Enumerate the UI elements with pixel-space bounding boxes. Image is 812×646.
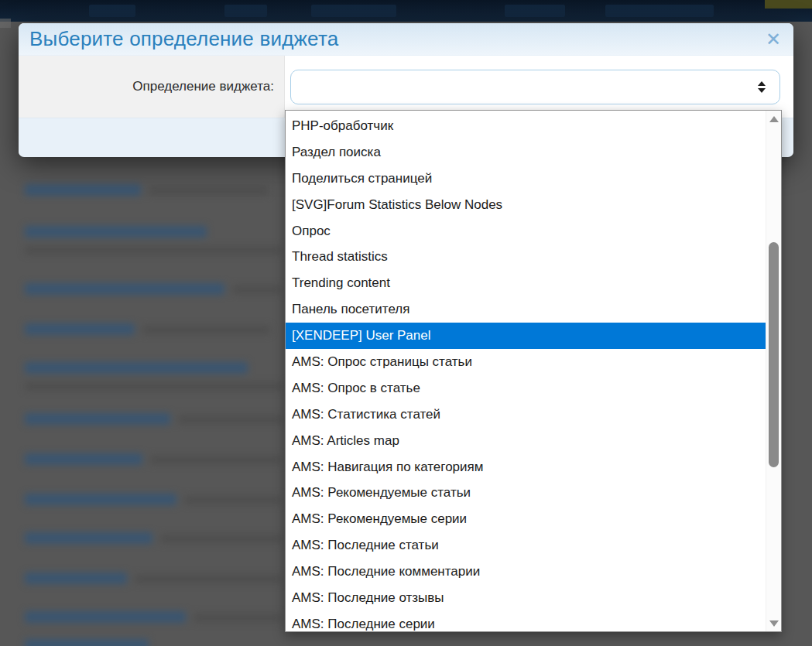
scroll-down-icon[interactable] [766, 617, 781, 630]
dropdown-option[interactable]: AMS: Articles map [286, 428, 767, 454]
dropdown-option[interactable]: [XENDEEP] User Panel [286, 323, 767, 349]
dropdown-option[interactable]: Опрос [286, 218, 767, 244]
dropdown-option[interactable]: AMS: Последние отзывы [286, 585, 767, 611]
select-spinner-icon [758, 81, 766, 93]
dropdown-option[interactable]: AMS: Рекомендуемые серии [286, 506, 767, 532]
widget-definition-dropdown: PHP-обработчикРаздел поискаПоделиться ст… [285, 110, 782, 632]
close-icon[interactable]: ✕ [766, 30, 781, 49]
dropdown-option[interactable]: AMS: Опрос страницы статьи [286, 349, 767, 375]
dropdown-scrollbar[interactable] [766, 111, 781, 631]
dropdown-option[interactable]: AMS: Опрос в статье [286, 375, 767, 402]
dropdown-options: PHP-обработчикРаздел поискаПоделиться ст… [286, 113, 767, 632]
dropdown-option[interactable]: Поделиться страницей [286, 166, 767, 192]
scrollbar-thumb[interactable] [769, 242, 779, 467]
widget-definition-select[interactable] [290, 70, 780, 104]
modal-title: Выберите определение виджета [29, 27, 338, 51]
dropdown-option[interactable]: AMS: Навигация по категориям [286, 454, 767, 480]
scroll-up-icon[interactable] [766, 112, 781, 125]
dropdown-option[interactable]: AMS: Последние серии [286, 611, 767, 632]
dropdown-option[interactable]: AMS: Последние комментарии [286, 559, 767, 585]
dropdown-option[interactable]: PHP-обработчик [286, 113, 767, 139]
widget-definition-label-cell: Определение виджета: [19, 56, 285, 118]
dropdown-option[interactable]: AMS: Статистика статей [286, 402, 767, 428]
widget-definition-input-cell [285, 56, 793, 118]
dropdown-option[interactable]: Панель посетителя [286, 296, 767, 323]
dropdown-option[interactable]: [SVG]Forum Statistics Below Nodes [286, 192, 767, 218]
modal-body: Определение виджета: [19, 56, 793, 118]
dropdown-option[interactable]: AMS: Последние статьи [286, 532, 767, 559]
dropdown-option[interactable]: Trending content [286, 270, 767, 296]
dropdown-option[interactable]: Thread statistics [286, 244, 767, 270]
dropdown-option[interactable]: Раздел поиска [286, 139, 767, 166]
modal-header: Выберите определение виджета ✕ [19, 23, 793, 56]
widget-definition-label: Определение виджета: [132, 79, 274, 94]
dropdown-option[interactable]: AMS: Рекомендуемые статьи [286, 480, 767, 506]
